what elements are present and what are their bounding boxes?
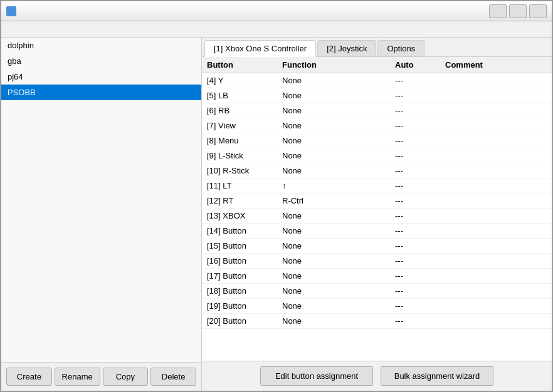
cell-auto: --- bbox=[390, 299, 440, 314]
cell-button: [4] Y bbox=[202, 73, 277, 88]
cell-comment bbox=[440, 299, 552, 314]
cell-comment bbox=[440, 118, 552, 133]
left-panel: dolphingbapj64PSOBB CreateRenameCopyDele… bbox=[1, 38, 202, 391]
table-row[interactable]: [14] ButtonNone--- bbox=[202, 224, 552, 239]
table-row[interactable]: [5] LBNone--- bbox=[202, 88, 552, 103]
cell-auto: --- bbox=[390, 103, 440, 118]
maximize-button[interactable] bbox=[509, 4, 527, 18]
cell-auto: --- bbox=[390, 148, 440, 163]
cell-function: None bbox=[277, 118, 390, 133]
table-row[interactable]: [18] ButtonNone--- bbox=[202, 284, 552, 299]
tab-1[interactable]: [2] Joystick bbox=[317, 40, 376, 56]
table-row[interactable]: [12] RTR-Ctrl--- bbox=[202, 193, 552, 209]
profile-item-dolphin[interactable]: dolphin bbox=[1, 38, 201, 53]
cell-function: None bbox=[277, 239, 390, 254]
cell-function: None bbox=[277, 269, 390, 284]
cell-function: None bbox=[277, 73, 390, 88]
profile-list: dolphingbapj64PSOBB bbox=[1, 38, 201, 362]
tabs: [1] Xbox One S Controller[2] JoystickOpt… bbox=[202, 38, 552, 57]
cell-auto: --- bbox=[390, 73, 440, 88]
cell-button: [6] RB bbox=[202, 103, 277, 118]
tab-2[interactable]: Options bbox=[377, 40, 424, 56]
cell-function: None bbox=[277, 148, 390, 163]
cell-button: [12] RT bbox=[202, 193, 277, 209]
col-header-function: Function bbox=[277, 57, 390, 73]
cell-auto: --- bbox=[390, 193, 440, 209]
copy-button[interactable]: Copy bbox=[103, 368, 149, 386]
cell-button: [16] Button bbox=[202, 254, 277, 269]
right-panel: [1] Xbox One S Controller[2] JoystickOpt… bbox=[202, 38, 552, 391]
cell-function: None bbox=[277, 103, 390, 118]
table-row[interactable]: [7] ViewNone--- bbox=[202, 118, 552, 133]
table-row[interactable]: [17] ButtonNone--- bbox=[202, 269, 552, 284]
cell-button: [19] Button bbox=[202, 299, 277, 314]
title-bar bbox=[1, 1, 552, 21]
menu-file[interactable] bbox=[4, 28, 14, 31]
cell-comment bbox=[440, 88, 552, 103]
cell-function: None bbox=[277, 254, 390, 269]
cell-function: ↑ bbox=[277, 178, 390, 193]
cell-comment bbox=[440, 224, 552, 239]
cell-auto: --- bbox=[390, 254, 440, 269]
cell-function: None bbox=[277, 209, 390, 224]
cell-function: None bbox=[277, 163, 390, 178]
cell-auto: --- bbox=[390, 163, 440, 178]
cell-auto: --- bbox=[390, 224, 440, 239]
left-buttons: CreateRenameCopyDelete bbox=[1, 362, 201, 391]
cell-comment bbox=[440, 284, 552, 299]
table-row[interactable]: [6] RBNone--- bbox=[202, 103, 552, 118]
rename-button[interactable]: Rename bbox=[55, 368, 100, 386]
table-row[interactable]: [16] ButtonNone--- bbox=[202, 254, 552, 269]
bulk-assignment-wizard-button[interactable]: Bulk assignment wizard bbox=[381, 366, 493, 386]
cell-comment bbox=[440, 254, 552, 269]
cell-button: [8] Menu bbox=[202, 133, 277, 148]
table-body: [4] YNone---[5] LBNone---[6] RBNone---[7… bbox=[202, 73, 552, 329]
cell-button: [10] R-Stick bbox=[202, 163, 277, 178]
create-button[interactable]: Create bbox=[6, 368, 52, 386]
cell-comment bbox=[440, 178, 552, 193]
cell-function: None bbox=[277, 284, 390, 299]
profile-item-pj64[interactable]: pj64 bbox=[1, 69, 201, 85]
cell-comment bbox=[440, 314, 552, 329]
edit-button-assignment-button[interactable]: Edit button assignment bbox=[260, 366, 373, 386]
table-row[interactable]: [19] ButtonNone--- bbox=[202, 299, 552, 314]
table-row[interactable]: [15] ButtonNone--- bbox=[202, 239, 552, 254]
cell-button: [9] L-Stick bbox=[202, 148, 277, 163]
table-container[interactable]: ButtonFunctionAutoComment [4] YNone---[5… bbox=[202, 57, 552, 361]
tab-0[interactable]: [1] Xbox One S Controller bbox=[204, 40, 316, 57]
profile-item-gba[interactable]: gba bbox=[1, 53, 201, 69]
cell-auto: --- bbox=[390, 239, 440, 254]
table-row[interactable]: [11] LT↑--- bbox=[202, 178, 552, 193]
right-buttons: Edit button assignmentBulk assignment wi… bbox=[202, 361, 552, 391]
cell-comment bbox=[440, 209, 552, 224]
cell-button: [18] Button bbox=[202, 284, 277, 299]
delete-button[interactable]: Delete bbox=[150, 368, 196, 386]
app-icon bbox=[6, 6, 16, 16]
minimize-button[interactable] bbox=[489, 4, 507, 18]
table-row[interactable]: [20] ButtonNone--- bbox=[202, 314, 552, 329]
table-row[interactable]: [4] YNone--- bbox=[202, 73, 552, 88]
cell-button: [17] Button bbox=[202, 269, 277, 284]
cell-button: [15] Button bbox=[202, 239, 277, 254]
cell-auto: --- bbox=[390, 133, 440, 148]
menu-settings[interactable] bbox=[14, 28, 24, 31]
profile-item-psobb[interactable]: PSOBB bbox=[1, 85, 201, 100]
table-header-row: ButtonFunctionAutoComment bbox=[202, 57, 552, 73]
table-row[interactable]: [9] L-StickNone--- bbox=[202, 148, 552, 163]
cell-comment bbox=[440, 163, 552, 178]
menu-suspend[interactable] bbox=[24, 28, 34, 31]
cell-function: None bbox=[277, 224, 390, 239]
cell-comment bbox=[440, 73, 552, 88]
close-button[interactable] bbox=[529, 4, 547, 18]
cell-button: [20] Button bbox=[202, 314, 277, 329]
table-row[interactable]: [13] XBOXNone--- bbox=[202, 209, 552, 224]
title-bar-left bbox=[6, 6, 20, 16]
title-bar-controls bbox=[489, 4, 547, 18]
cell-comment bbox=[440, 133, 552, 148]
cell-comment bbox=[440, 193, 552, 209]
table-row[interactable]: [8] MenuNone--- bbox=[202, 133, 552, 148]
cell-auto: --- bbox=[390, 209, 440, 224]
table-row[interactable]: [10] R-StickNone--- bbox=[202, 163, 552, 178]
menu-help[interactable] bbox=[44, 28, 54, 31]
menu-license-key[interactable] bbox=[34, 28, 44, 31]
